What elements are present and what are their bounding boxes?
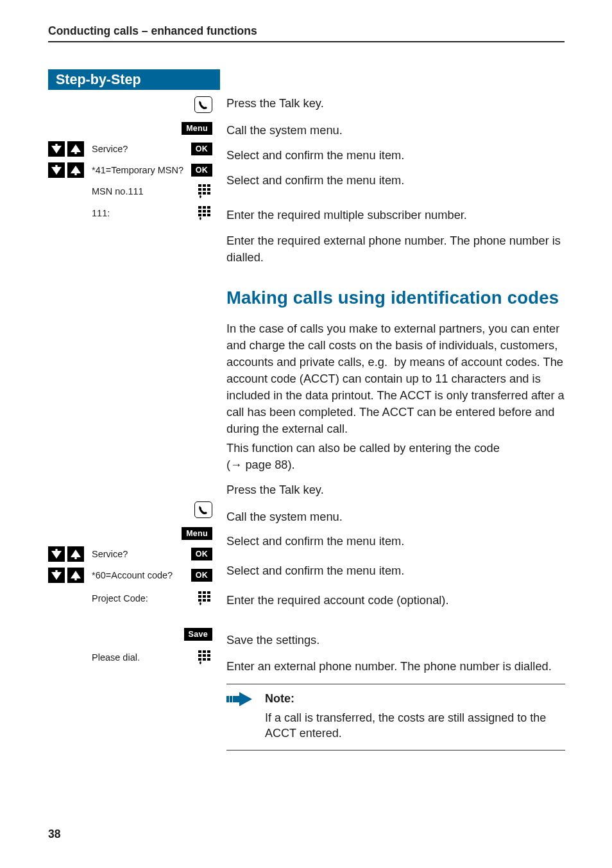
menu-button[interactable]: Menu: [182, 122, 212, 135]
step-by-step-banner: Step-by-Step: [48, 69, 220, 90]
intro-paragraph-1: In the case of calls you make to externa…: [226, 320, 565, 437]
talk-key-icon: [194, 501, 212, 518]
section-heading-identification-codes: Making calls using identification codes: [226, 286, 565, 309]
step-desc-acct: Select and confirm the menu item.: [226, 562, 565, 579]
step-desc-please-dial: Enter an external phone number. The phon…: [226, 658, 565, 675]
arrow-up-icon[interactable]: [67, 141, 84, 157]
menu-item-service: Service?: [92, 546, 191, 560]
ok-button[interactable]: OK: [191, 548, 212, 560]
keypad-icon: [197, 205, 212, 221]
arrow-up-icon[interactable]: [67, 546, 84, 562]
step-desc-dial: Enter the required external phone number…: [226, 232, 565, 266]
step-desc-menu: Call the system menu.: [226, 122, 565, 139]
content-column: Press the Talk key. Call the system menu…: [226, 95, 565, 751]
menu-item-service: Service?: [92, 141, 191, 155]
save-button[interactable]: Save: [184, 628, 212, 641]
step-desc-service-2: Select and confirm the menu item.: [226, 533, 565, 550]
step-desc-msn-no: Enter the required multiple subscriber n…: [226, 207, 565, 223]
arrow-down-icon[interactable]: [48, 568, 65, 583]
keypad-icon: [197, 184, 212, 199]
arrow-up-icon[interactable]: [67, 568, 84, 583]
note-arrow-icon: [226, 692, 252, 706]
note-block: Note: If a call is transferred, the cost…: [226, 684, 565, 751]
page-number: 38: [48, 828, 60, 841]
display-dial-number: 111:: [92, 205, 197, 219]
keypad-icon: [197, 650, 212, 665]
step-desc-menu-2: Call the system menu.: [226, 508, 565, 525]
menu-button[interactable]: Menu: [182, 527, 212, 540]
ok-button[interactable]: OK: [191, 164, 212, 177]
page-ref-link[interactable]: → page 88).: [230, 458, 295, 471]
note-title: Note:: [265, 691, 565, 706]
step-desc-proj: Enter the required account code (optiona…: [226, 592, 565, 609]
talk-key-icon: [194, 96, 212, 113]
intro-paragraph-2: This function can also be called by ente…: [226, 440, 565, 473]
step-desc-service: Select and confirm the menu item.: [226, 147, 565, 164]
menu-item-account-code: *60=Account code?: [92, 568, 191, 581]
display-msn-no: MSN no.111: [92, 184, 197, 197]
header-rule: [48, 41, 565, 42]
steps-column: Menu Service? OK *41=Temporary MSN? OK M…: [48, 96, 212, 671]
arrow-down-icon[interactable]: [48, 141, 65, 157]
step-desc-talk: Press the Talk key.: [226, 95, 565, 112]
keypad-icon: [197, 591, 212, 606]
ok-button[interactable]: OK: [191, 569, 212, 582]
step-desc-save: Save the settings.: [226, 632, 565, 648]
page-header: Conducting calls – enhanced functions: [48, 24, 257, 38]
display-please-dial: Please dial.: [92, 650, 197, 663]
arrow-up-icon[interactable]: [67, 162, 84, 178]
menu-item-temp-msn: *41=Temporary MSN?: [92, 162, 191, 176]
display-project-code: Project Code:: [92, 591, 197, 604]
arrow-down-icon[interactable]: [48, 162, 65, 178]
arrow-down-icon[interactable]: [48, 546, 65, 562]
note-body: If a call is transferred, the costs are …: [265, 710, 565, 741]
step-desc-talk-2: Press the Talk key.: [226, 482, 565, 498]
ok-button[interactable]: OK: [191, 143, 212, 155]
step-desc-temp-msn: Select and confirm the menu item.: [226, 172, 565, 189]
